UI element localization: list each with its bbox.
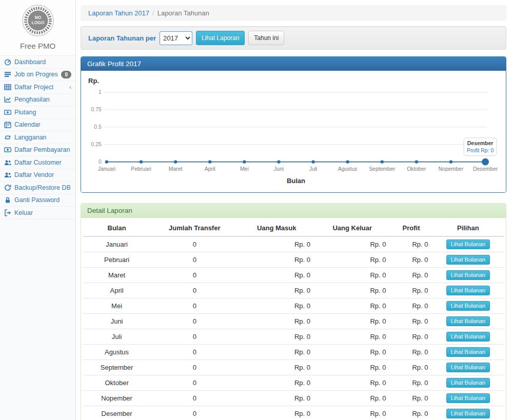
cell-jumlah-transfer: 0 [150,283,239,298]
sidebar-item-label: Daftar Pembayaran [14,146,70,153]
cell-pilihan: Lihat Bulanan [432,267,504,283]
cell-profit: Rp. 0 [390,329,432,344]
cell-pilihan: Lihat Bulanan [432,329,504,344]
sidebar-item-daftar-vendor[interactable]: Daftar Vendor [0,169,75,182]
profit-line-chart[interactable]: 00.250.50.751JanuariPebruariMaretAprilMe… [87,85,500,187]
sidebar-item-dashboard[interactable]: Dashboard [0,56,75,69]
cell-pilihan: Lihat Bulanan [432,390,504,406]
lihat-bulanan-button[interactable]: Lihat Bulanan [446,347,490,357]
cell-bulan: Mei [83,298,150,313]
table-row: Maret0Rp. 0Rp. 0Rp. 0Lihat Bulanan [83,267,504,283]
sidebar-item-penghasilan[interactable]: Penghasilan [0,94,75,107]
lihat-bulanan-button[interactable]: Lihat Bulanan [446,255,490,265]
chevron-left-icon: ‹ [69,85,71,90]
cell-uang-keluar: Rp. 0 [314,390,390,406]
users-icon [4,159,11,166]
sidebar-item-label: Job on Progress [14,71,58,78]
year-select[interactable]: 2017 [160,31,192,45]
table-header-row: BulanJumlah TransferUang MasukUang Kelua… [83,220,504,236]
lihat-bulanan-button[interactable]: Lihat Bulanan [446,332,490,342]
lihat-bulanan-button[interactable]: Lihat Bulanan [446,239,490,249]
cell-bulan: Pebruari [83,252,150,267]
cell-bulan: Juni [83,313,150,329]
sidebar-item-label: Piutang [14,109,36,116]
detail-panel-body: BulanJumlah TransferUang MasukUang Kelua… [81,220,506,420]
svg-text:Januari: Januari [98,166,115,172]
lihat-bulanan-button[interactable]: Lihat Bulanan [446,378,490,388]
tahun-ini-button[interactable]: Tahun ini [248,31,284,45]
cell-jumlah-transfer: 0 [150,390,239,406]
sidebar-item-ganti-password[interactable]: Ganti Password [0,194,75,207]
sidebar-item-label: Dashboard [14,58,46,66]
cell-uang-masuk: Rp. 0 [239,267,314,283]
cell-profit: Rp. 0 [390,267,432,283]
cell-profit: Rp. 0 [390,283,432,298]
sidebar-item-label: Daftar Customer [14,159,62,166]
lihat-bulanan-button[interactable]: Lihat Bulanan [446,286,490,295]
svg-text:0: 0 [98,159,102,165]
column-header-pilihan: Pilihan [432,220,504,236]
breadcrumb-current: Laporan Tahunan [157,9,209,17]
column-header-uang-masuk: Uang Masuk [239,220,314,236]
cell-uang-keluar: Rp. 0 [314,344,390,359]
table-row: Oktober0Rp. 0Rp. 0Rp. 0Lihat Bulanan [83,375,504,390]
cell-profit: Rp. 0 [390,236,432,252]
sidebar-item-label: Langganan [14,134,47,141]
svg-text:Desember: Desember [467,141,494,146]
sidebar-item-backup-restore-db[interactable]: Backup/Restore DB [0,182,75,194]
cell-profit: Rp. 0 [390,252,432,267]
cell-jumlah-transfer: 0 [150,313,239,329]
breadcrumb-link[interactable]: Laporan Tahun 2017 [88,9,149,17]
lihat-bulanan-button[interactable]: Lihat Bulanan [446,270,490,280]
sidebar-item-daftar-project[interactable]: Daftar Project‹ [0,81,75,94]
svg-text:Agustus: Agustus [338,166,358,172]
cell-bulan: Juli [83,329,150,344]
cell-bulan: Oktober [83,375,150,390]
sidebar-item-langganan[interactable]: Langganan [0,131,75,144]
svg-text:NO: NO [34,15,41,20]
table-row: Juli0Rp. 0Rp. 0Rp. 0Lihat Bulanan [83,329,504,344]
cell-pilihan: Lihat Bulanan [432,344,504,359]
lihat-bulanan-button[interactable]: Lihat Bulanan [446,393,490,403]
job-count-badge: 0 [61,71,71,78]
cell-uang-keluar: Rp. 0 [314,375,390,390]
lihat-bulanan-button[interactable]: Lihat Bulanan [446,316,490,326]
brand: NOLOGO Free PMO [0,0,75,56]
svg-text:Nopember: Nopember [439,166,464,172]
profit-chart-panel: Grafik Profit 2017 Rp. 00.250.50.751Janu… [81,56,506,193]
sidebar-item-label: Daftar Vendor [14,171,54,178]
sidebar-item-job-on-progress[interactable]: Job on Progress0 [0,69,75,82]
svg-text:Profit Rp: 0: Profit Rp: 0 [467,148,494,153]
cell-uang-masuk: Rp. 0 [239,359,314,375]
cell-uang-masuk: Rp. 0 [239,252,314,267]
lihat-bulanan-button[interactable]: Lihat Bulanan [446,301,490,311]
cell-bulan: Maret [83,267,150,283]
x-axis-labels: JanuariPebruariMaretAprilMeiJuniJuliAgus… [98,166,498,172]
cell-profit: Rp. 0 [390,298,432,313]
sidebar-item-calendar[interactable]: Calendar [0,119,75,132]
svg-text:Mei: Mei [240,166,249,172]
lihat-laporan-button[interactable]: Lihat Laporan [196,31,245,45]
cell-pilihan: Lihat Bulanan [432,252,504,267]
sidebar: NOLOGO Free PMO DashboardJob on Progress… [0,0,76,420]
sidebar-item-daftar-customer[interactable]: Daftar Customer [0,156,75,169]
svg-text:Juli: Juli [309,166,318,172]
cell-jumlah-transfer: 0 [150,406,239,420]
sidebar-menu: DashboardJob on Progress0Daftar Project‹… [0,56,75,219]
lihat-bulanan-button[interactable]: Lihat Bulanan [446,409,490,418]
cell-pilihan: Lihat Bulanan [432,375,504,390]
sidebar-item-daftar-pembayaran[interactable]: Daftar Pembayaran [0,144,75,157]
cell-pilihan: Lihat Bulanan [432,359,504,375]
cell-profit: Rp. 0 [390,344,432,359]
brand-name: Free PMO [0,42,75,50]
svg-text:April: April [205,166,215,172]
sidebar-item-keluar[interactable]: Keluar [0,207,75,219]
cell-jumlah-transfer: 0 [150,375,239,390]
cell-uang-masuk: Rp. 0 [239,236,314,252]
cell-bulan: Nopember [83,390,150,406]
sidebar-item-piutang[interactable]: Piutang [0,106,75,119]
cell-uang-masuk: Rp. 0 [239,283,314,298]
cell-bulan: Desember [83,406,150,420]
lihat-bulanan-button[interactable]: Lihat Bulanan [446,363,490,372]
cell-uang-keluar: Rp. 0 [314,298,390,313]
